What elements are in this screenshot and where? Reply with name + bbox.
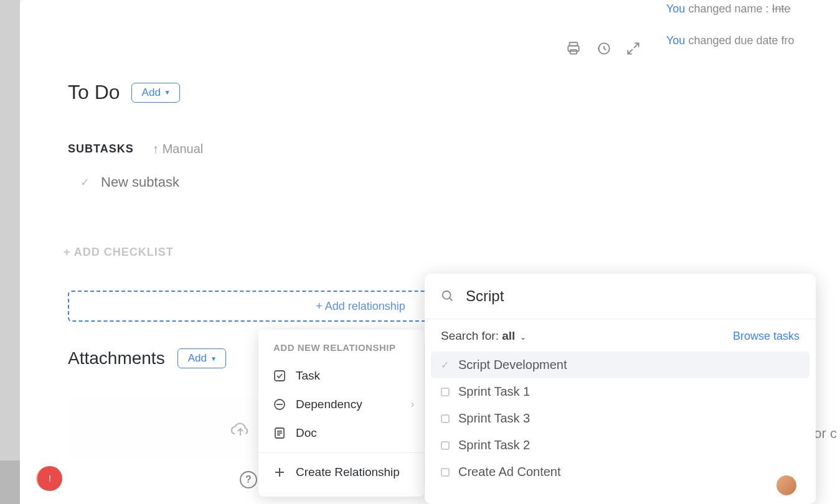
option-label: Task	[296, 369, 320, 383]
status-box-icon	[441, 388, 450, 396]
new-subtask-row: ✓	[68, 174, 350, 190]
left-sidebar-dim	[0, 0, 20, 504]
relationship-option-dependency[interactable]: Dependency ›	[258, 390, 424, 419]
chevron-right-icon: ›	[411, 399, 414, 410]
help-icon[interactable]: ?	[240, 471, 257, 488]
svg-rect-4	[275, 371, 285, 381]
result-label: Sprint Task 2	[458, 438, 530, 452]
relationship-menu-header: ADD NEW RELATIONSHIP	[258, 342, 424, 362]
subtasks-header: SUBTASKS ↑ Manual	[68, 142, 203, 156]
status-box-icon	[441, 414, 450, 423]
add-checklist-button[interactable]: + ADD CHECKLIST	[64, 246, 174, 259]
result-label: Sprint Task 1	[458, 385, 530, 399]
log-user: You	[666, 2, 685, 15]
result-label: Script Development	[458, 358, 567, 372]
svg-rect-2	[570, 50, 577, 54]
relationship-option-create[interactable]: Create Relationship	[258, 458, 424, 487]
svg-line-14	[450, 298, 453, 301]
log-strike-value: Inte	[772, 2, 790, 15]
attachments-header: Attachments Add ▼	[68, 348, 226, 368]
status-box-icon	[441, 441, 450, 450]
attachments-title: Attachments	[68, 348, 165, 368]
toolbar-icons	[565, 40, 641, 57]
result-label: Create Ad Content	[458, 465, 561, 479]
subtasks-label: SUBTASKS	[68, 142, 134, 156]
user-avatar-group[interactable]: !	[35, 465, 62, 492]
search-for-value: all	[502, 329, 515, 342]
check-icon: ✓	[80, 175, 90, 189]
status-box-icon	[441, 468, 450, 477]
search-icon	[441, 289, 455, 303]
task-search-popup: Search for: all ⌄ Browse tasks ✓ Script …	[425, 274, 816, 504]
log-text: changed name :	[685, 2, 772, 15]
relationship-option-doc[interactable]: Doc	[258, 419, 424, 447]
result-label: Sprint Task 3	[458, 411, 530, 426]
add-button[interactable]: Add ▼	[131, 83, 180, 103]
add-attachment-button[interactable]: Add ▼	[177, 348, 226, 368]
arrow-up-icon: ↑	[153, 142, 159, 156]
dependency-icon	[273, 398, 286, 411]
search-filter-row: Search for: all ⌄ Browse tasks	[425, 319, 816, 349]
browse-tasks-link[interactable]: Browse tasks	[733, 330, 800, 343]
search-input[interactable]	[466, 287, 800, 305]
search-result-item[interactable]: Create Ad Content	[431, 459, 809, 485]
caret-down-icon: ▼	[164, 89, 171, 96]
option-label: Dependency	[296, 398, 362, 411]
relationship-option-task[interactable]: Task	[258, 362, 424, 390]
plus-icon	[273, 466, 286, 478]
sort-label: Manual	[163, 142, 204, 156]
doc-icon	[273, 427, 286, 439]
history-icon[interactable]	[595, 40, 611, 57]
add-attachment-label: Add	[188, 352, 207, 365]
search-result-item[interactable]: Sprint Task 3	[431, 405, 809, 432]
chevron-down-icon: ⌄	[520, 333, 526, 342]
search-result-item[interactable]: Sprint Task 1	[431, 378, 809, 405]
log-text: changed due date fro	[685, 34, 794, 47]
svg-point-13	[443, 291, 451, 299]
add-relationship-label: + Add relationship	[316, 300, 405, 313]
search-results: ✓ Script Development Sprint Task 1 Sprin…	[425, 349, 816, 488]
search-result-item[interactable]: Sprint Task 2	[431, 432, 809, 459]
activity-log-entry: You changed due date fro	[666, 34, 834, 47]
expand-icon[interactable]	[625, 40, 641, 57]
section-header: To Do Add ▼	[68, 81, 180, 104]
section-title: To Do	[68, 81, 120, 104]
activity-log-entry: You changed name : Inte	[666, 2, 834, 16]
menu-divider	[258, 452, 424, 453]
option-label: Create Relationship	[296, 465, 400, 479]
log-user: You	[666, 34, 685, 47]
sort-toggle[interactable]: ↑ Manual	[153, 142, 204, 156]
new-subtask-input[interactable]	[101, 174, 350, 190]
notification-badge: !	[37, 466, 62, 491]
search-for-selector[interactable]: Search for: all ⌄	[441, 329, 526, 343]
search-result-item[interactable]: ✓ Script Development	[431, 352, 809, 378]
task-icon	[273, 370, 286, 382]
search-header	[425, 274, 816, 319]
add-label: Add	[142, 86, 161, 99]
cloud-upload-icon	[230, 421, 251, 438]
search-for-label: Search for:	[441, 329, 502, 342]
check-icon: ✓	[441, 359, 450, 371]
relationship-menu: ADD NEW RELATIONSHIP Task Dependency › D…	[258, 330, 424, 497]
print-icon[interactable]	[565, 40, 582, 57]
caret-down-icon: ▼	[210, 355, 217, 362]
option-label: Doc	[296, 426, 317, 440]
commenter-avatar[interactable]	[775, 474, 798, 497]
